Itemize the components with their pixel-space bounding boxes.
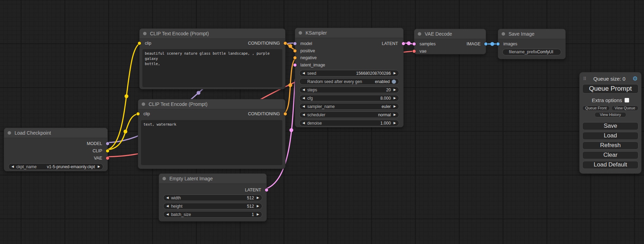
graph-canvas[interactable]: Load Checkpoint MODEL CLIP VAE ◀ ckpt_na… (0, 0, 644, 244)
load-button[interactable]: Load (582, 132, 638, 140)
view-queue-button[interactable]: View Queue (611, 106, 639, 111)
node-title-bar[interactable]: Empty Latent Image (159, 174, 266, 184)
scheduler-widget[interactable]: ◀ scheduler normal ▶ (299, 111, 399, 118)
clear-button[interactable]: Clear (582, 151, 638, 159)
node-title-bar[interactable]: CLIP Text Encode (Prompt) (138, 99, 285, 109)
collapse-dot[interactable] (162, 177, 166, 180)
node-clip-text-encode-positive[interactable]: CLIP Text Encode (Prompt) clip CONDITION… (139, 28, 285, 89)
node-title-bar[interactable]: Save Image (498, 29, 565, 39)
input-label-clip: clip (143, 111, 150, 116)
steps-widget[interactable]: ◀ steps 20 ▶ (299, 87, 399, 93)
node-title-bar[interactable]: VAE Decode (414, 29, 486, 39)
widget-increment-icon[interactable]: ▶ (394, 113, 396, 116)
widget-label: seed (307, 71, 316, 76)
view-history-button[interactable]: View History (594, 112, 626, 117)
collapse-dot[interactable] (8, 131, 11, 135)
random-seed-widget[interactable]: Random seed after every gen enabled (299, 78, 399, 85)
widget-decrement-icon[interactable]: ◀ (166, 213, 169, 216)
node-title: Save Image (509, 31, 535, 37)
prompt-textarea[interactable]: beautiful scenery nature glass bottle la… (142, 49, 282, 87)
node-title-bar[interactable]: KSampler (295, 28, 403, 38)
node-save-image[interactable]: Save Image images filename_prefix ComfyU… (498, 29, 566, 59)
widget-decrement-icon[interactable]: ◀ (166, 205, 169, 208)
input-port-positive[interactable] (293, 49, 297, 53)
node-clip-text-encode-negative[interactable]: CLIP Text Encode (Prompt) clip CONDITION… (138, 99, 285, 169)
prompt-textarea[interactable]: text, watermark (141, 120, 282, 165)
output-port-model[interactable] (106, 142, 109, 145)
widget-decrement-icon[interactable]: ◀ (11, 165, 14, 168)
widget-increment-icon[interactable]: ▶ (394, 97, 396, 100)
input-port-clip[interactable] (138, 42, 141, 45)
collapse-dot[interactable] (299, 31, 302, 35)
widget-decrement-icon[interactable]: ◀ (302, 121, 305, 125)
widget-decrement-icon[interactable]: ◀ (302, 97, 305, 100)
node-load-checkpoint[interactable]: Load Checkpoint MODEL CLIP VAE ◀ ckpt_na… (4, 128, 108, 171)
widget-value: 156680208700286 (356, 71, 391, 76)
collapse-dot[interactable] (418, 32, 421, 36)
queue-prompt-button[interactable]: Queue Prompt (582, 84, 638, 93)
output-port-latent[interactable] (265, 188, 268, 192)
extra-options-checkbox[interactable] (625, 98, 629, 102)
toggle-icon[interactable] (392, 80, 396, 84)
save-button[interactable]: Save (582, 122, 638, 130)
output-port-clip[interactable] (106, 149, 109, 153)
width-widget[interactable]: ◀ width 512 ▶ (163, 195, 262, 201)
node-ksampler[interactable]: KSampler model LATENT positive negative … (295, 28, 404, 127)
link-dot-samples (407, 42, 411, 45)
input-label-vae: vae (420, 49, 426, 54)
collapse-dot[interactable] (142, 102, 145, 106)
node-title: Load Checkpoint (15, 130, 51, 136)
collapse-dot[interactable] (502, 32, 505, 36)
denoise-widget[interactable]: ◀ denoise 1.000 ▶ (299, 120, 399, 126)
link-dot-positive (289, 44, 292, 48)
widget-decrement-icon[interactable]: ◀ (302, 113, 305, 116)
batch-size-widget[interactable]: ◀ batch_size 1 ▶ (163, 211, 262, 218)
output-label-latent: LATENT (245, 188, 261, 192)
output-port-vae[interactable] (106, 156, 109, 160)
input-port-vae[interactable] (412, 49, 416, 53)
collapse-dot[interactable] (143, 32, 147, 35)
widget-increment-icon[interactable]: ▶ (394, 88, 396, 91)
output-port-image[interactable] (484, 42, 488, 46)
widget-value: normal (378, 112, 391, 117)
output-port-conditioning[interactable] (283, 42, 287, 45)
widget-decrement-icon[interactable]: ◀ (302, 88, 305, 91)
widget-label: sampler_name (307, 104, 335, 109)
widget-decrement-icon[interactable]: ◀ (302, 105, 305, 108)
settings-gear-icon[interactable]: ⚙ (633, 76, 638, 82)
input-port-samples[interactable] (412, 42, 416, 46)
cfg-widget[interactable]: ◀ cfg 8.000 ▶ (299, 95, 399, 101)
widget-increment-icon[interactable]: ▶ (394, 72, 396, 75)
widget-increment-icon[interactable]: ▶ (257, 213, 259, 216)
output-label-model: MODEL (87, 141, 102, 146)
sampler-name-widget[interactable]: ◀ sampler_name euler ▶ (299, 103, 399, 110)
output-port-latent[interactable] (402, 42, 405, 46)
widget-increment-icon[interactable]: ▶ (394, 105, 396, 108)
load-default-button[interactable]: Load Default (582, 161, 638, 169)
extra-options-label: Extra options (592, 97, 622, 103)
input-port-latent-image[interactable] (293, 63, 297, 67)
node-title-bar[interactable]: CLIP Text Encode (Prompt) (140, 29, 285, 39)
seed-widget[interactable]: ◀ seed 156680208700286 ▶ (299, 70, 399, 76)
refresh-button[interactable]: Refresh (582, 142, 638, 150)
widget-increment-icon[interactable]: ▶ (257, 196, 259, 199)
input-port-images[interactable] (496, 42, 500, 46)
input-port-model[interactable] (293, 42, 297, 46)
input-port-clip[interactable] (136, 112, 140, 116)
widget-decrement-icon[interactable]: ◀ (302, 72, 305, 75)
widget-decrement-icon[interactable]: ◀ (166, 196, 169, 199)
widget-increment-icon[interactable]: ▶ (394, 121, 396, 125)
height-widget[interactable]: ◀ height 512 ▶ (163, 203, 262, 209)
output-port-conditioning[interactable] (283, 112, 287, 116)
widget-increment-icon[interactable]: ▶ (257, 205, 259, 208)
ckpt-name-widget[interactable]: ◀ ckpt_name v1-5-pruned-emaonly.ckpt ▶ (8, 163, 103, 170)
node-vae-decode[interactable]: VAE Decode samples IMAGE vae (414, 29, 486, 54)
wire-clip-to-positive (105, 43, 142, 150)
filename-prefix-widget[interactable]: filename_prefix ComfyUI (502, 49, 561, 55)
node-title-bar[interactable]: Load Checkpoint (4, 128, 107, 138)
drag-handle-icon[interactable]: ⠿ (583, 76, 586, 81)
queue-front-button[interactable]: Queue Front (582, 106, 610, 111)
widget-increment-icon[interactable]: ▶ (98, 165, 100, 168)
node-empty-latent-image[interactable]: Empty Latent Image LATENT ◀ width 512 ▶ … (159, 173, 267, 222)
input-port-negative[interactable] (293, 56, 297, 60)
